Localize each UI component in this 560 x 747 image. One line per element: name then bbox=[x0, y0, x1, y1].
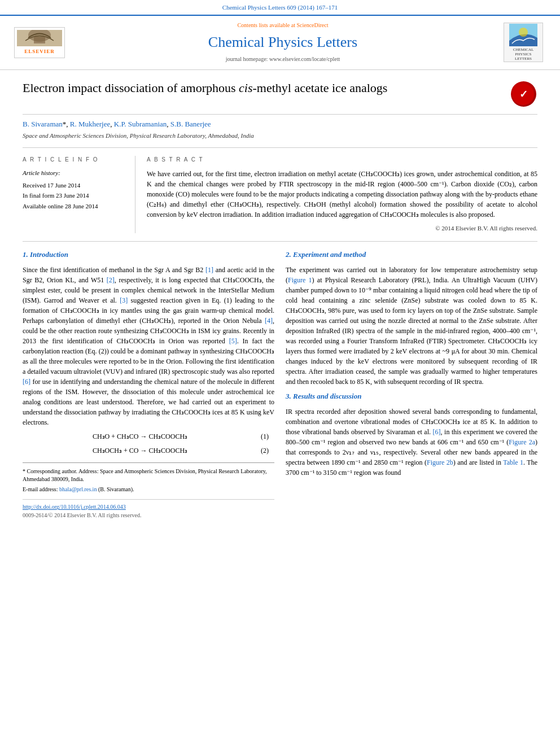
ref-2[interactable]: [2] bbox=[107, 276, 115, 284]
eq1-number: (1) bbox=[252, 432, 269, 442]
authors-section: B. Sivaraman*, R. Mukherjee, K.P. Subram… bbox=[23, 115, 537, 148]
figure-2a-link[interactable]: Figure 2a bbox=[509, 438, 535, 446]
article-info-col: A R T I C L E I N F O Article history: R… bbox=[23, 156, 135, 233]
footnote-section: * Corresponding author. Address: Space a… bbox=[23, 462, 274, 493]
issn-text: 0009-2614/© 2014 Elsevier B.V. All right… bbox=[23, 512, 274, 520]
svg-point-4 bbox=[519, 28, 528, 37]
eq2-text: CH₃OCH₃ + CO → CH₃COOCH₃ bbox=[28, 446, 252, 456]
experiment-paragraph: The experiment was carried out in labora… bbox=[286, 265, 537, 387]
experiment-heading: 2. Experiment and method bbox=[286, 250, 537, 260]
equation-1: CH₃O + CH₃CO → CH₃COOCH₃ (1) bbox=[23, 432, 274, 442]
affiliation: Space and Atmospheric Sciences Division,… bbox=[23, 132, 537, 141]
article-title: Electron impact dissociation of amorphou… bbox=[23, 80, 509, 97]
results-ref-6[interactable]: [6] bbox=[433, 428, 441, 436]
article-info-label: A R T I C L E I N F O bbox=[23, 156, 126, 164]
copyright-notice: © 2014 Elsevier B.V. All rights reserved… bbox=[147, 224, 537, 233]
ref-5[interactable]: [5] bbox=[229, 337, 237, 345]
elsevier-logo: ELSEVIER bbox=[11, 27, 68, 58]
cpl-logo-image bbox=[509, 24, 537, 46]
introduction-heading: 1. Introduction bbox=[23, 250, 274, 260]
journal-homepage: journal homepage: www.elsevier.com/locat… bbox=[77, 55, 489, 64]
results-heading: 3. Results and discussion bbox=[286, 391, 537, 402]
ref-1[interactable]: [1] bbox=[205, 266, 213, 274]
cpl-logo: CHEMICALPHYSICSLETTERS bbox=[498, 23, 549, 62]
author-sivaraman[interactable]: B. Sivaraman bbox=[23, 120, 63, 128]
body-content: 1. Introduction Since the first identifi… bbox=[23, 242, 537, 520]
footnote-email: E-mail address: bhala@prl.res.in (B. Siv… bbox=[23, 486, 274, 493]
abstract-col: A B S T R A C T We have carried out, for… bbox=[147, 156, 537, 233]
cpl-logo-box: CHEMICALPHYSICSLETTERS bbox=[504, 23, 543, 62]
cpl-logo-text: CHEMICALPHYSICSLETTERS bbox=[513, 47, 534, 62]
abstract-label: A B S T R A C T bbox=[147, 156, 537, 164]
journal-header: ELSEVIER Contents lists available at Sci… bbox=[0, 15, 560, 70]
elsevier-image bbox=[17, 30, 62, 46]
figure-1-link[interactable]: Figure 1 bbox=[288, 276, 312, 284]
email-link[interactable]: bhala@prl.res.in bbox=[59, 486, 97, 492]
svg-rect-2 bbox=[34, 37, 45, 43]
doi-link-text: http://dx.doi.org/10.1016/j.cplett.2014.… bbox=[23, 503, 274, 512]
figure-2b-link[interactable]: Figure 2b bbox=[427, 458, 453, 466]
footnote-corresponding: * Corresponding author. Address: Space a… bbox=[23, 468, 274, 483]
received-date: Received 17 June 2014 bbox=[23, 181, 126, 190]
eq1-text: CH₃O + CH₃CO → CH₃COOCH₃ bbox=[28, 432, 252, 442]
introduction-section: 1. Introduction Since the first identifi… bbox=[23, 250, 274, 520]
author-subramanian[interactable]: K.P. Subramanian bbox=[114, 120, 167, 128]
journal-main-title: Chemical Physics Letters bbox=[77, 32, 489, 53]
ref-4[interactable]: [4] bbox=[265, 317, 273, 325]
doi-link[interactable]: http://dx.doi.org/10.1016/j.cplett.2014.… bbox=[23, 504, 126, 510]
experiment-results-section: 2. Experiment and method The experiment … bbox=[286, 250, 537, 520]
journal-title-section: Contents lists available at ScienceDirec… bbox=[77, 21, 489, 64]
ref-3[interactable]: [3] bbox=[120, 296, 128, 304]
available-online-date: Available online 28 June 2014 bbox=[23, 202, 126, 211]
sciencedirect-link: Contents lists available at ScienceDirec… bbox=[77, 21, 489, 30]
abstract-text: We have carried out, for the first time,… bbox=[147, 169, 537, 220]
authors-line: B. Sivaraman*, R. Mukherjee, K.P. Subram… bbox=[23, 119, 537, 130]
footer-section: http://dx.doi.org/10.1016/j.cplett.2014.… bbox=[23, 499, 274, 519]
elsevier-logo-box: ELSEVIER bbox=[14, 27, 65, 58]
crossmark-badge[interactable]: ✓ bbox=[509, 80, 537, 108]
elsevier-wordmark: ELSEVIER bbox=[24, 48, 55, 55]
author-banerjee[interactable]: S.B. Banerjee bbox=[170, 120, 211, 128]
article-info-abstract-section: A R T I C L E I N F O Article history: R… bbox=[23, 147, 537, 241]
crossmark-icon: ✓ bbox=[511, 81, 536, 107]
results-paragraph: IR spectra recorded after deposition sho… bbox=[286, 407, 537, 478]
ref-6[interactable]: [6] bbox=[23, 378, 30, 386]
article-title-section: Electron impact dissociation of amorphou… bbox=[23, 70, 537, 115]
article-history-heading: Article history: bbox=[23, 169, 126, 178]
svg-text:✓: ✓ bbox=[519, 89, 528, 100]
intro-paragraph: Since the first identification of methan… bbox=[23, 265, 274, 427]
author-mukherjee[interactable]: R. Mukherjee bbox=[70, 120, 110, 128]
main-content: Electron impact dissociation of amorphou… bbox=[0, 70, 560, 520]
final-form-date: In final form 23 June 2014 bbox=[23, 191, 126, 200]
eq2-number: (2) bbox=[252, 446, 269, 456]
table-1-link[interactable]: Table 1 bbox=[503, 458, 523, 466]
equation-2: CH₃OCH₃ + CO → CH₃COOCH₃ (2) bbox=[23, 446, 274, 456]
journal-reference: Chemical Physics Letters 609 (2014) 167–… bbox=[0, 0, 560, 15]
